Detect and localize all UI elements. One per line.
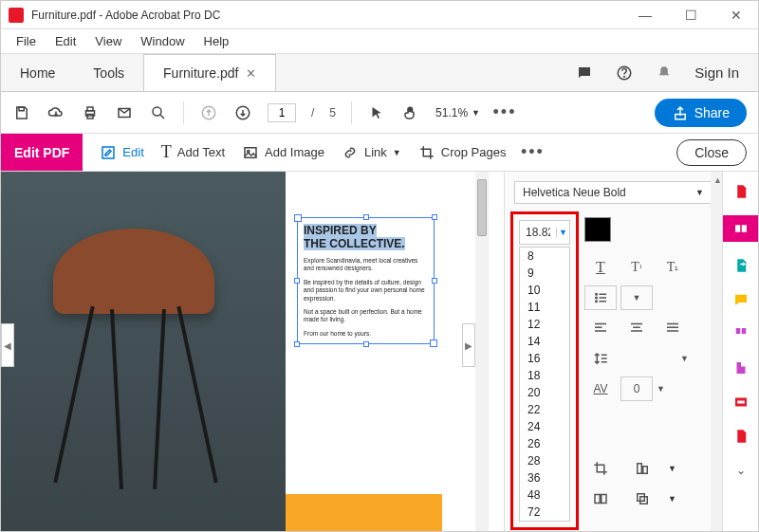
prev-page-button[interactable]: ◀ xyxy=(1,323,14,367)
font-size-option[interactable]: 28 xyxy=(520,452,569,469)
arrange-dropdown[interactable]: ▼ xyxy=(668,494,676,504)
font-size-option[interactable]: 10 xyxy=(520,282,569,299)
font-family-select[interactable]: Helvetica Neue Bold ▼ xyxy=(514,181,713,204)
menu-window[interactable]: Window xyxy=(133,31,192,51)
list-style-dropdown[interactable]: ▼ xyxy=(620,285,653,310)
underline-icon[interactable]: T xyxy=(584,255,617,280)
svg-rect-2 xyxy=(19,107,24,111)
bell-icon[interactable] xyxy=(655,64,674,83)
close-window-button[interactable]: ✕ xyxy=(722,8,750,23)
superscript-icon[interactable]: T¹ xyxy=(620,255,653,280)
share-button[interactable]: Share xyxy=(655,99,747,127)
tab-tools[interactable]: Tools xyxy=(74,54,143,91)
doc-paragraph[interactable]: From our home to yours. xyxy=(304,330,428,338)
align-dropdown[interactable]: ▼ xyxy=(668,464,676,473)
document-viewport[interactable]: INSPIRED BYTHE COLLECTIVE. Explore Scand… xyxy=(1,172,504,532)
comment-icon[interactable] xyxy=(575,64,594,83)
edit-tool[interactable]: Edit xyxy=(100,144,143,161)
protect-icon[interactable] xyxy=(729,426,753,447)
comment-rail-icon[interactable] xyxy=(729,289,753,310)
mail-icon[interactable] xyxy=(115,103,134,122)
minimize-button[interactable]: — xyxy=(631,8,659,23)
font-color-swatch[interactable] xyxy=(584,217,611,242)
font-size-option[interactable]: 72 xyxy=(520,504,569,521)
font-size-option[interactable]: 18 xyxy=(520,367,569,384)
vertical-scrollbar[interactable] xyxy=(475,172,489,532)
redact-icon[interactable] xyxy=(729,392,753,413)
font-size-option[interactable]: 16 xyxy=(520,350,569,367)
maximize-button[interactable]: ☐ xyxy=(676,8,705,23)
font-size-option[interactable]: 8 xyxy=(520,248,569,265)
subscript-icon[interactable]: T₁ xyxy=(657,255,689,280)
combine-files-icon[interactable] xyxy=(729,358,753,378)
line-spacing-dropdown[interactable]: ▼ xyxy=(657,346,689,371)
link-tool[interactable]: Link ▼ xyxy=(342,144,401,161)
font-size-option[interactable]: 14 xyxy=(520,333,569,350)
highlight-box: ▼ 891011121416182022242628364872 xyxy=(510,211,579,530)
font-size-option[interactable]: 36 xyxy=(520,469,569,486)
edit-pdf-rail-icon[interactable] xyxy=(723,215,759,242)
doc-paragraph[interactable]: Explore Scandinavia, meet local creative… xyxy=(304,257,428,273)
export-pdf-icon[interactable] xyxy=(729,255,753,276)
arrange-icon[interactable] xyxy=(626,486,658,511)
cloud-icon[interactable] xyxy=(46,103,65,122)
align-justify-icon[interactable] xyxy=(657,316,689,340)
more-icon[interactable]: ••• xyxy=(495,103,514,122)
bullet-list-icon[interactable] xyxy=(584,285,617,310)
tab-home[interactable]: Home xyxy=(1,54,74,91)
menu-help[interactable]: Help xyxy=(196,31,237,51)
font-size-option[interactable]: 48 xyxy=(520,486,569,504)
tab-close-icon[interactable]: ✕ xyxy=(246,66,256,81)
font-size-input[interactable] xyxy=(520,226,556,239)
font-size-dropdown-button[interactable]: ▼ xyxy=(556,228,569,237)
add-text-tool[interactable]: T Add Text xyxy=(161,142,225,162)
font-size-option[interactable]: 24 xyxy=(520,418,569,435)
doc-title[interactable]: INSPIRED BYTHE COLLECTIVE. xyxy=(304,224,428,251)
font-size-option[interactable]: 12 xyxy=(520,316,569,333)
font-size-option[interactable]: 26 xyxy=(520,435,569,452)
sign-in-link[interactable]: Sign In xyxy=(694,64,739,81)
align-left-icon[interactable] xyxy=(584,316,617,340)
print-icon[interactable] xyxy=(81,103,100,122)
char-spacing-icon[interactable]: AV xyxy=(584,376,617,401)
save-icon[interactable] xyxy=(12,103,31,122)
create-pdf-icon[interactable] xyxy=(729,181,753,202)
zoom-level[interactable]: 51.1%▼ xyxy=(435,106,480,119)
page-down-icon[interactable] xyxy=(233,103,252,122)
menu-edit[interactable]: Edit xyxy=(47,31,83,51)
svg-rect-4 xyxy=(87,107,93,111)
expand-rail-icon[interactable]: ⌄ xyxy=(729,460,753,481)
hand-tool-icon[interactable] xyxy=(401,103,420,122)
crop-tool-icon[interactable] xyxy=(584,456,617,481)
font-size-option[interactable]: 9 xyxy=(520,265,569,282)
panel-scrollbar[interactable]: ▲ xyxy=(711,172,722,532)
char-spacing-dropdown[interactable]: ▼ xyxy=(657,376,689,401)
add-image-tool[interactable]: Add Image xyxy=(242,144,324,161)
menu-file[interactable]: File xyxy=(9,31,44,51)
font-size-dropdown-list[interactable]: 891011121416182022242628364872 xyxy=(519,247,570,522)
crop-pages-tool[interactable]: Crop Pages xyxy=(418,144,507,161)
select-tool-icon[interactable] xyxy=(367,103,386,122)
next-page-button[interactable]: ▶ xyxy=(462,323,475,367)
font-size-option[interactable]: 22 xyxy=(520,401,569,418)
editable-text-frame[interactable]: INSPIRED BYTHE COLLECTIVE. Explore Scand… xyxy=(297,217,435,344)
line-spacing-icon[interactable] xyxy=(584,346,617,371)
doc-paragraph[interactable]: Not a space built on perfection. But a h… xyxy=(304,308,428,324)
organize-pages-icon[interactable] xyxy=(729,323,753,344)
close-editpdf-button[interactable]: Close xyxy=(676,139,747,166)
char-spacing-value[interactable]: 0 xyxy=(620,376,653,401)
font-size-option[interactable]: 20 xyxy=(520,384,569,401)
menu-view[interactable]: View xyxy=(87,31,129,51)
align-center-icon[interactable] xyxy=(620,316,653,340)
font-size-option[interactable]: 11 xyxy=(520,299,569,316)
search-icon[interactable] xyxy=(149,103,168,122)
more-edit-icon[interactable]: ••• xyxy=(523,143,542,162)
tab-document[interactable]: Furniture.pdf ✕ xyxy=(143,54,276,91)
doc-paragraph[interactable]: Be inspired by the details of culture, d… xyxy=(304,279,428,303)
page-up-icon[interactable] xyxy=(199,103,218,122)
help-icon[interactable] xyxy=(615,64,634,83)
align-objects-icon[interactable] xyxy=(626,456,658,481)
flip-horizontal-icon[interactable] xyxy=(584,486,617,511)
page-number-input[interactable] xyxy=(268,103,296,122)
font-size-field[interactable]: ▼ xyxy=(519,220,570,245)
